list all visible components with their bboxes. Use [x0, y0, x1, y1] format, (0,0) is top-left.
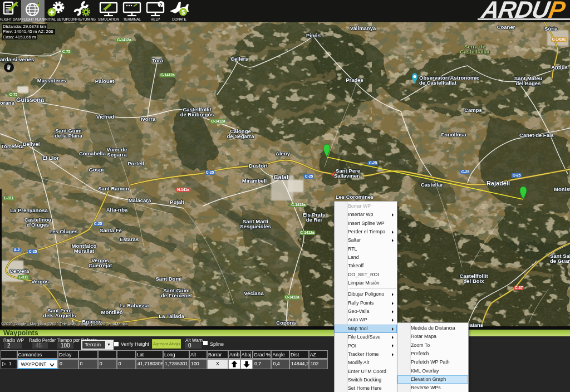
svg-text:?: ? [159, 2, 163, 8]
svg-text:$: $ [181, 9, 185, 16]
